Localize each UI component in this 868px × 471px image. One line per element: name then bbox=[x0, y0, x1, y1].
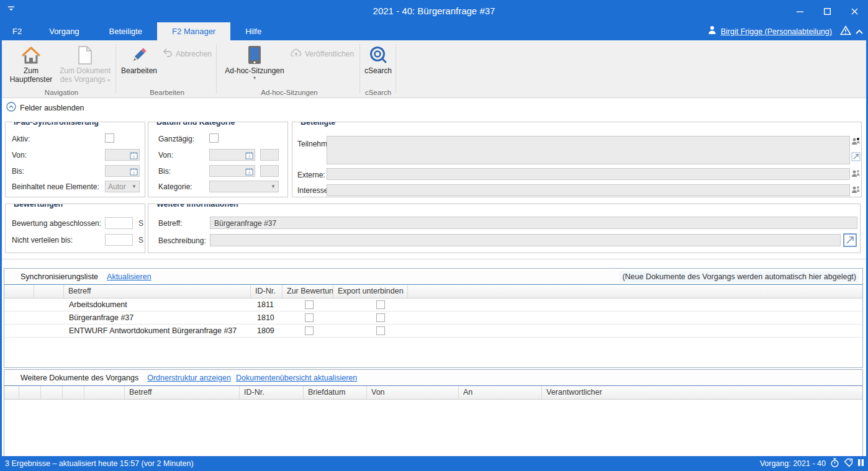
aktualisieren-link[interactable]: Aktualisieren bbox=[107, 272, 151, 281]
dropdown-caret-icon: ▾ bbox=[107, 78, 110, 83]
sync-row[interactable]: Bürgeranfrage #37 1810 bbox=[4, 312, 862, 325]
bearbeiten-button[interactable]: Bearbeiten bbox=[119, 44, 159, 75]
groupbox-datum-kategorie: Datum und Kategorie Ganztägig: Von: 7 Bi… bbox=[148, 122, 288, 197]
zur-bewertung-checkbox[interactable] bbox=[305, 300, 314, 309]
csearch-icon bbox=[363, 44, 394, 66]
expand-field-icon[interactable] bbox=[851, 152, 861, 164]
ribbon-tabs: F2 Vorgang Beteiligte F2 Manager Hilfe B… bbox=[0, 22, 868, 40]
section-divider bbox=[2, 259, 866, 259]
kategorie-dropdown[interactable]: ▼ bbox=[209, 181, 279, 192]
warning-icon[interactable] bbox=[840, 25, 851, 38]
undo-icon bbox=[163, 48, 173, 59]
zur-bewertung-checkbox[interactable] bbox=[305, 313, 314, 322]
col-briefdatum[interactable]: Briefdatum bbox=[304, 386, 367, 399]
col-id-nr[interactable]: ID-Nr. bbox=[251, 285, 283, 298]
adhoc-sitzungen-button[interactable]: Ad-hoc-Sitzungen ▾ bbox=[224, 44, 286, 81]
sync-list-note: (Neue Dokumente des Vorgangs werden auto… bbox=[620, 271, 859, 282]
expand-field-icon[interactable] bbox=[843, 233, 857, 249]
betreff-field[interactable]: Bürgeranfrage #37 bbox=[210, 217, 857, 229]
ribbon: Zum Hauptfenster Zum Dokument des Vorgan… bbox=[0, 40, 868, 98]
nicht-verteilen-input[interactable] bbox=[105, 234, 133, 246]
col-betreff[interactable]: Betreff bbox=[64, 285, 251, 298]
sync-list-section: Synchronisierungsliste Aktualisieren (Ne… bbox=[4, 268, 863, 368]
people-picker-icon[interactable] bbox=[851, 137, 861, 148]
more-docs-table-header: Betreff ID-Nr. Briefdatum Von An Verantw… bbox=[4, 386, 862, 400]
sync-list-title: Synchronisierungsliste bbox=[20, 272, 98, 281]
sync-row[interactable]: ENTWURF Antwortdokument Bürgeranfrage #3… bbox=[4, 325, 862, 338]
people-picker-icon[interactable] bbox=[851, 186, 861, 197]
col-id-nr[interactable]: ID-Nr. bbox=[240, 386, 304, 399]
window-title: 2021 - 40: Bürgeranfrage #37 bbox=[0, 6, 868, 16]
tablet-icon bbox=[224, 44, 286, 66]
zum-dokument-button[interactable]: Zum Dokument des Vorgangs ▾ bbox=[56, 44, 114, 84]
maximize-button[interactable] bbox=[813, 0, 841, 22]
window-frame-left bbox=[0, 40, 2, 456]
more-docs-section: Weitere Dokumente des Vorgangs Ordnerstr… bbox=[4, 369, 863, 456]
status-vorgang-text: Vorgang: 2021 - 40 bbox=[760, 459, 826, 468]
calendar-icon[interactable]: 7 bbox=[130, 151, 138, 162]
group-label-csearch: cSearch bbox=[363, 89, 394, 96]
ipad-von-date-input[interactable]: 7 bbox=[105, 149, 140, 161]
abbrechen-button[interactable]: Abbrechen bbox=[163, 48, 212, 59]
ganztaegig-checkbox[interactable] bbox=[209, 133, 219, 143]
collapse-ribbon-icon[interactable] bbox=[856, 26, 863, 37]
teilnehmer-field[interactable] bbox=[327, 136, 850, 164]
groupbox-ipad-sync: iPad-Synchronisierung Aktiv: Von: 7 Bis:… bbox=[5, 122, 145, 197]
col-betreff[interactable]: Betreff bbox=[125, 386, 240, 399]
interessenten-field[interactable] bbox=[327, 184, 850, 196]
calendar-icon[interactable]: 7 bbox=[130, 167, 138, 178]
f2-manager-window: 2021 - 40: Bürgeranfrage #37 F2 Vorgang … bbox=[0, 0, 868, 471]
user-icon bbox=[708, 25, 717, 37]
pencil-icon bbox=[119, 44, 159, 66]
ordnerstruktur-link[interactable]: Ordnerstruktur anzeigen bbox=[147, 374, 231, 382]
datum-von-date-input[interactable]: 7 bbox=[209, 149, 255, 161]
publish-cloud-icon bbox=[291, 48, 302, 59]
datum-von-time-input[interactable] bbox=[260, 149, 279, 161]
tab-f2[interactable]: F2 bbox=[0, 22, 34, 40]
col-zur-bewertung[interactable]: Zur Bewertung bbox=[283, 285, 333, 298]
export-unterbinden-checkbox[interactable] bbox=[376, 300, 385, 309]
veroeffentlichen-button[interactable]: Veröffentlichen bbox=[291, 48, 354, 59]
status-results-text: 3 Ergebnisse – aktualisiert heute 15:57 … bbox=[5, 459, 194, 468]
user-name-link[interactable]: Birgit Frigge (Personalabteilung) bbox=[721, 27, 832, 36]
beschreibung-field[interactable] bbox=[210, 234, 841, 246]
pause-icon[interactable] bbox=[857, 459, 864, 469]
ipad-bis-date-input[interactable]: 7 bbox=[105, 165, 140, 177]
minimize-button[interactable] bbox=[786, 0, 813, 22]
tab-f2-manager[interactable]: F2 Manager bbox=[157, 22, 230, 40]
sync-row[interactable]: Arbeitsdokument 1811 bbox=[4, 298, 862, 312]
zur-bewertung-checkbox[interactable] bbox=[305, 326, 314, 335]
export-unterbinden-checkbox[interactable] bbox=[376, 313, 385, 322]
col-export-unterbinden[interactable]: Export unterbinden bbox=[333, 285, 408, 298]
dokumentenuebersicht-link[interactable]: Dokumentenübersicht aktualisieren bbox=[236, 374, 357, 382]
tab-vorgang[interactable]: Vorgang bbox=[34, 22, 94, 40]
document-icon bbox=[56, 44, 114, 66]
dropdown-caret-icon: ▾ bbox=[224, 75, 286, 81]
stopwatch-icon[interactable] bbox=[830, 458, 839, 470]
externe-field[interactable] bbox=[327, 168, 850, 180]
calendar-icon[interactable]: 7 bbox=[245, 151, 253, 162]
datum-bis-date-input[interactable]: 7 bbox=[209, 165, 255, 177]
bewertung-abgeschlossen-input[interactable] bbox=[105, 217, 133, 229]
tab-beteiligte[interactable]: Beteiligte bbox=[94, 22, 157, 40]
zum-hauptfenster-button[interactable]: Zum Hauptfenster bbox=[9, 44, 53, 84]
col-an[interactable]: An bbox=[459, 386, 542, 399]
export-unterbinden-checkbox[interactable] bbox=[376, 326, 385, 335]
main-content: Felder ausblenden iPad-Synchronisierung … bbox=[0, 98, 868, 456]
col-von[interactable]: Von bbox=[367, 386, 459, 399]
more-docs-title: Weitere Dokumente des Vorgangs bbox=[20, 374, 138, 382]
group-label-navigation: Navigation bbox=[9, 89, 114, 96]
col-verantwortlicher[interactable]: Verantwortlicher bbox=[542, 386, 862, 399]
people-picker-icon[interactable] bbox=[851, 169, 861, 181]
datum-bis-time-input[interactable] bbox=[260, 165, 279, 177]
fields-toggle[interactable]: Felder ausblenden bbox=[6, 102, 84, 114]
close-button[interactable] bbox=[841, 0, 868, 22]
dropdown-caret-icon: ▼ bbox=[271, 184, 276, 189]
aktiv-checkbox[interactable] bbox=[105, 133, 114, 143]
sync-table-header: Betreff ID-Nr. Zur Bewertung Export unte… bbox=[4, 285, 862, 298]
csearch-button[interactable]: cSearch bbox=[363, 44, 394, 75]
tab-hilfe[interactable]: Hilfe bbox=[230, 22, 276, 40]
tag-icon[interactable] bbox=[844, 458, 853, 469]
elemente-dropdown[interactable]: Autor ▼ bbox=[105, 181, 140, 192]
calendar-icon[interactable]: 7 bbox=[245, 167, 253, 178]
